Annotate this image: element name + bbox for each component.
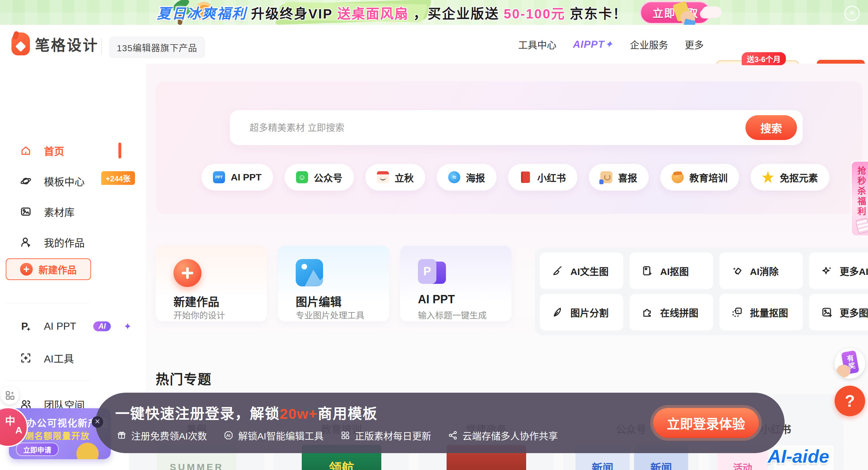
- pen-nib-icon: [552, 307, 563, 318]
- paintbrush-icon: [552, 265, 563, 277]
- banner-text-row: 夏日冰爽福利 升级终身VIP 送桌面风扇 ，买企业版送 50-100元 京东卡！…: [0, 0, 868, 25]
- layers-dashed-icon: [732, 307, 743, 318]
- banner-close-icon[interactable]: ×: [844, 6, 860, 21]
- nav-aippt[interactable]: AIPPT✦: [573, 38, 613, 50]
- star-icon: [762, 171, 774, 183]
- photo-icon: [296, 259, 323, 286]
- login-bar-title: 一键快速注册登录，解锁20w+商用模板: [115, 402, 377, 423]
- user-icon: [20, 236, 32, 248]
- main-header: 笔格设计 135编辑器旗下产品 工具中心 AIPPT✦ 企业服务 更多 会员限时…: [0, 25, 868, 64]
- card-title: 新建作品: [174, 293, 219, 309]
- chip-liqiu[interactable]: 立秋: [365, 164, 425, 191]
- tool-label: AI抠图: [660, 264, 689, 278]
- image-icon: [20, 206, 32, 218]
- banner-text: 京东卡！: [570, 3, 627, 22]
- tool-label: AI文生图: [570, 264, 609, 278]
- prize-float-button[interactable]: 有奖: [835, 348, 865, 379]
- help-float-button[interactable]: ?: [835, 386, 865, 416]
- tool-batch-cutout[interactable]: 批量抠图: [719, 294, 803, 330]
- search-button[interactable]: 搜索: [745, 115, 797, 140]
- puzzle-icon: [642, 307, 653, 318]
- promo-close-icon[interactable]: ✕: [92, 416, 103, 428]
- gift-icon: [117, 430, 127, 440]
- chip-xiaohongshu[interactable]: 小红书: [508, 164, 578, 191]
- flash-sale-side-banner[interactable]: 抢秒杀福利: [851, 161, 868, 237]
- nav-tools-center[interactable]: 工具中心: [518, 37, 556, 51]
- tool-ai-text-to-image[interactable]: AI文生图: [540, 253, 623, 289]
- chip-cutout-elements[interactable]: 免抠元素: [750, 164, 830, 191]
- chip-label: 海报: [466, 170, 485, 184]
- tool-more-ai-tools[interactable]: 更多AI工具: [809, 253, 868, 289]
- ai-ppt-card[interactable]: P AI PPT 输入标题一键生成: [400, 246, 512, 321]
- tool-label: 更多图片工具: [840, 305, 868, 319]
- translate-en-glyph: A: [15, 425, 22, 436]
- benefit-daily-assets: 正版素材每日更新: [340, 428, 431, 442]
- benefit-label: 注册免费领AI次数: [131, 428, 207, 442]
- sidebar-item-label: AI工具: [44, 351, 74, 365]
- chip-label: 喜报: [618, 170, 637, 184]
- login-experience-button[interactable]: 立即登录体验: [653, 408, 759, 438]
- image-editor-card[interactable]: 图片编辑 专业图片处理工具: [278, 246, 389, 321]
- grid-sparkle-icon: [4, 390, 15, 401]
- new-design-button[interactable]: 新建作品: [6, 258, 91, 280]
- sidebar-divider: [6, 303, 90, 303]
- sidebar-scroll-indicator[interactable]: [118, 143, 121, 158]
- sidebar-item-templates[interactable]: 模板中心 +244张: [20, 174, 135, 188]
- tool-label: 图片分割: [570, 305, 609, 319]
- sidebar-item-home[interactable]: 首页: [20, 143, 64, 158]
- benefit-label: 云端存储多人协作共享: [463, 428, 558, 442]
- calculator-decoration: [855, 218, 868, 234]
- home-icon: [20, 145, 32, 157]
- chip-education[interactable]: 教育培训: [660, 164, 739, 191]
- chip-ai-ppt[interactable]: PPT AI PPT: [202, 164, 273, 191]
- tool-label: 在线拼图: [660, 305, 699, 319]
- translate-zh-glyph: 中: [5, 413, 15, 427]
- card-subtitle: 专业图片处理工具: [296, 309, 365, 321]
- sparkle-icon: ✦: [124, 321, 131, 332]
- hero-panel: [156, 82, 863, 214]
- card-subtitle: 输入标题一键生成: [418, 309, 487, 321]
- tool-more-image-tools[interactable]: 更多图片工具: [809, 294, 868, 330]
- tool-online-collage[interactable]: 在线拼图: [629, 294, 713, 330]
- tools-panel: AI文生图 AI抠图 AI消除 更多AI工具 图片分割 在线拼图: [535, 248, 868, 335]
- chip-xibao[interactable]: 喜报: [589, 164, 649, 191]
- top-promo-banner[interactable]: 夏日冰爽福利 升级终身VIP 送桌面风扇 ，买企业版送 50-100元 京东卡！…: [0, 0, 868, 25]
- tool-label: AI消除: [750, 264, 779, 278]
- header-divider: [101, 38, 102, 55]
- search-bar: 搜索: [230, 110, 803, 145]
- sidebar-item-ai-tools[interactable]: AI工具: [20, 351, 74, 365]
- plus-icon: [20, 263, 33, 276]
- sidebar-item-label: 模板中心: [44, 174, 85, 188]
- tool-ai-erase[interactable]: AI消除: [719, 253, 803, 289]
- brand-name: 笔格设计: [35, 33, 99, 55]
- sidebar-item-ai-ppt[interactable]: P AI PPT AI ✦: [20, 320, 132, 332]
- tool-label: 更多AI工具: [840, 264, 868, 278]
- wechat-smiley-icon: ☺: [296, 171, 308, 183]
- chip-poster[interactable]: ≈ 海报: [437, 164, 497, 191]
- tool-ai-cutout[interactable]: AI抠图: [629, 253, 713, 289]
- nav-more[interactable]: 更多: [685, 37, 704, 51]
- login-title-prefix: 一键快速注册登录，解锁: [115, 406, 280, 422]
- new-design-card[interactable]: 新建作品 开始你的设计: [156, 246, 267, 321]
- ppt-icon-front: P: [418, 259, 436, 284]
- wave-icon: ≈: [448, 171, 460, 183]
- sidebar-item-assets[interactable]: 素材库: [20, 204, 74, 219]
- svg-text:AI: AI: [226, 433, 230, 438]
- header-nav: 工具中心 AIPPT✦ 企业服务 更多: [518, 25, 704, 64]
- brand-logo[interactable]: 笔格设计: [11, 32, 99, 55]
- image-sparkle-icon: [642, 265, 653, 277]
- promo-apply-button[interactable]: 立即申请: [16, 443, 59, 456]
- sidebar-item-my-works[interactable]: 我的作品: [20, 235, 85, 249]
- photo-mountain: [303, 270, 323, 286]
- tools-grid: AI文生图 AI抠图 AI消除 更多AI工具 图片分割 在线拼图: [540, 253, 868, 330]
- banner-text-pink: 送桌面风扇: [337, 3, 409, 22]
- apps-float-button[interactable]: [1, 386, 19, 404]
- tool-image-split[interactable]: 图片分割: [540, 294, 623, 330]
- card-title: 图片编辑: [296, 293, 342, 309]
- chip-wechat[interactable]: ☺ 公众号: [284, 164, 354, 191]
- image-plus-icon: [821, 307, 833, 318]
- template-count-badge: +244张: [101, 171, 135, 185]
- nav-enterprise[interactable]: 企业服务: [630, 37, 668, 51]
- search-input[interactable]: [249, 110, 727, 146]
- ai-hexagon-icon: AI: [223, 430, 234, 440]
